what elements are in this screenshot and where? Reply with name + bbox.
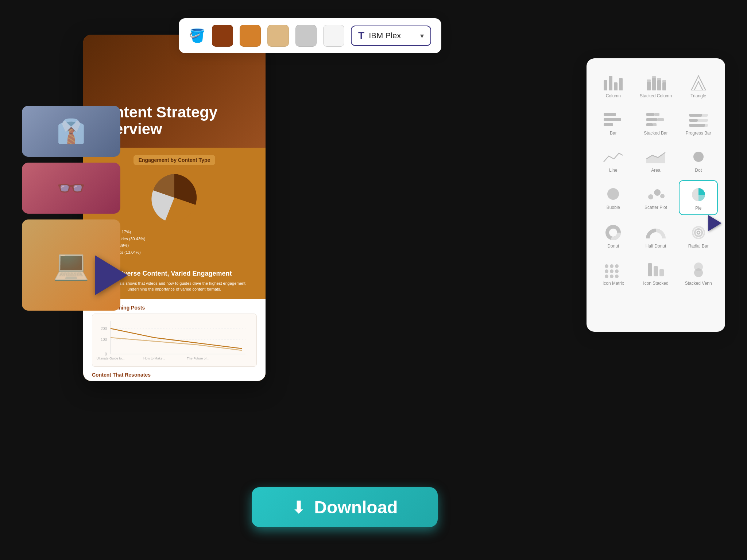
chart-item-scatter-plot[interactable]: Scatter Plot bbox=[636, 180, 676, 215]
color-swatch-brown[interactable] bbox=[212, 25, 233, 47]
svg-text:200: 200 bbox=[101, 327, 107, 331]
progress-bar-icon bbox=[688, 109, 709, 128]
svg-text:The Future of...: The Future of... bbox=[187, 357, 209, 360]
engagement-title: Engagement by Content Type bbox=[133, 155, 216, 165]
chart-item-line[interactable]: Line bbox=[594, 143, 633, 176]
svg-rect-26 bbox=[647, 79, 651, 82]
card-2[interactable]: 👓 bbox=[22, 163, 120, 214]
svg-rect-28 bbox=[652, 76, 656, 78]
svg-rect-42 bbox=[646, 123, 653, 126]
play-button[interactable] bbox=[95, 255, 128, 295]
download-button[interactable]: ⬇ Download bbox=[252, 487, 438, 527]
svg-rect-39 bbox=[654, 113, 659, 116]
svg-rect-71 bbox=[648, 263, 652, 276]
chart-label-icon-matrix: Icon Matrix bbox=[603, 281, 624, 286]
color-swatch-gray[interactable] bbox=[295, 25, 317, 47]
svg-marker-34 bbox=[694, 82, 703, 90]
line-chart-box: 0 100 200 Ultimate Guide to... How to Ma… bbox=[92, 314, 257, 367]
svg-point-60 bbox=[695, 229, 702, 236]
chart-type-panel: Column Stacked Column bbox=[587, 58, 725, 332]
color-swatch-amber[interactable] bbox=[240, 25, 261, 47]
svg-point-53 bbox=[648, 194, 653, 199]
chart-item-progress-bar[interactable]: Progress Bar bbox=[679, 106, 718, 139]
area-icon bbox=[645, 147, 667, 165]
color-swatch-white[interactable] bbox=[323, 25, 344, 47]
svg-point-67 bbox=[615, 269, 619, 273]
svg-rect-36 bbox=[604, 118, 621, 121]
svg-text:100: 100 bbox=[101, 338, 107, 342]
chart-label-progress-bar: Progress Bar bbox=[686, 131, 711, 136]
chart-label-bubble: Bubble bbox=[607, 205, 620, 210]
icon-stacked-icon bbox=[645, 260, 667, 278]
chart-label-donut: Donut bbox=[607, 244, 619, 249]
chart-label-dot: Dot bbox=[695, 168, 702, 173]
chart-item-triangle[interactable]: Triangle bbox=[679, 69, 718, 102]
svg-rect-31 bbox=[662, 82, 666, 90]
chart-label-triangle: Triangle bbox=[690, 93, 706, 98]
svg-text:Ultimate Guide to...: Ultimate Guide to... bbox=[96, 357, 124, 360]
download-icon: ⬇ bbox=[291, 497, 306, 517]
font-dropdown[interactable]: T IBM Plex ▾ bbox=[351, 26, 431, 46]
color-toolbar: 🪣 T IBM Plex ▾ bbox=[179, 18, 441, 53]
chart-item-icon-matrix[interactable]: Icon Matrix bbox=[594, 256, 633, 289]
chart-item-stacked-bar[interactable]: Stacked Bar bbox=[636, 106, 676, 139]
chart-label-stacked-bar: Stacked Bar bbox=[644, 131, 667, 136]
chart-item-donut[interactable]: Donut bbox=[594, 219, 633, 252]
svg-rect-41 bbox=[657, 118, 664, 121]
chart-item-pie[interactable]: Pie bbox=[679, 180, 718, 215]
chart-item-stacked-venn[interactable]: Stacked Venn bbox=[679, 256, 718, 289]
svg-point-75 bbox=[694, 268, 703, 277]
chart-item-bubble[interactable]: Bubble bbox=[594, 180, 633, 215]
chart-item-icon-stacked[interactable]: Icon Stacked bbox=[636, 256, 676, 289]
svg-rect-37 bbox=[604, 123, 613, 126]
svg-point-63 bbox=[610, 264, 614, 268]
chart-item-column[interactable]: Column bbox=[594, 69, 633, 102]
svg-rect-30 bbox=[657, 78, 661, 80]
chart-item-area[interactable]: Area bbox=[636, 143, 676, 176]
chevron-down-icon: ▾ bbox=[420, 31, 424, 40]
scatter-plot-icon bbox=[645, 184, 667, 202]
bubble-icon bbox=[602, 184, 624, 202]
chart-item-half-donut[interactable]: Half Donut bbox=[636, 219, 676, 252]
triangle-icon bbox=[688, 72, 709, 90]
chart-label-bar: Bar bbox=[610, 131, 617, 136]
svg-rect-45 bbox=[689, 114, 702, 117]
paint-bucket-icon[interactable]: 🪣 bbox=[189, 28, 205, 43]
font-icon: T bbox=[358, 30, 364, 42]
chart-label-scatter-plot: Scatter Plot bbox=[645, 205, 667, 210]
half-donut-icon bbox=[645, 222, 667, 241]
line-icon bbox=[602, 147, 624, 165]
chart-label-radial-bar: Radial Bar bbox=[688, 244, 709, 249]
color-swatch-tan[interactable] bbox=[267, 25, 289, 47]
svg-rect-73 bbox=[659, 269, 664, 276]
svg-point-70 bbox=[615, 275, 619, 278]
resonates-text: Identifying top-performing posts allows … bbox=[92, 381, 257, 381]
stacked-bar-icon bbox=[645, 109, 667, 128]
chart-item-bar[interactable]: Bar bbox=[594, 106, 633, 139]
svg-point-68 bbox=[605, 275, 608, 278]
chart-item-stacked-column[interactable]: Stacked Column bbox=[636, 69, 676, 102]
svg-text:0: 0 bbox=[105, 352, 107, 356]
dot-icon bbox=[688, 147, 709, 165]
chart-label-half-donut: Half Donut bbox=[646, 244, 666, 249]
svg-rect-72 bbox=[654, 266, 658, 276]
top-posts-section: Top Performing Posts 0 100 200 Ultimate … bbox=[83, 299, 266, 381]
font-name: IBM Plex bbox=[369, 31, 416, 40]
chart-label-icon-stacked: Icon Stacked bbox=[643, 281, 668, 286]
column-icon bbox=[602, 72, 624, 90]
svg-point-55 bbox=[660, 194, 665, 198]
svg-point-65 bbox=[605, 269, 608, 273]
chart-label-stacked-venn: Stacked Venn bbox=[685, 281, 712, 286]
stacked-venn-icon bbox=[688, 260, 709, 278]
svg-marker-33 bbox=[691, 76, 706, 90]
pie-chart bbox=[147, 170, 202, 225]
chart-grid: Column Stacked Column bbox=[594, 69, 718, 289]
cursor-pie bbox=[708, 215, 721, 231]
svg-point-66 bbox=[610, 269, 614, 273]
svg-rect-47 bbox=[689, 119, 698, 122]
chart-item-dot[interactable]: Dot bbox=[679, 143, 718, 176]
svg-rect-40 bbox=[646, 118, 657, 121]
resonates-heading: Content That Resonates bbox=[92, 372, 257, 378]
stacked-column-icon bbox=[645, 72, 667, 90]
card-1[interactable]: 👔 bbox=[22, 106, 120, 157]
